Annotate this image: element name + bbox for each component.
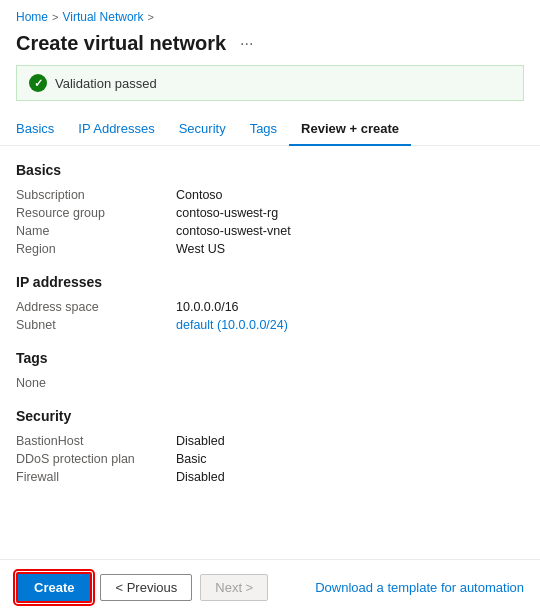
previous-button[interactable]: < Previous: [100, 574, 192, 601]
field-bastion-host: BastionHost Disabled: [16, 434, 524, 448]
field-subscription: Subscription Contoso: [16, 188, 524, 202]
tags-section-title: Tags: [16, 350, 524, 366]
tags-section: Tags None: [16, 350, 524, 390]
breadcrumb: Home > Virtual Network >: [0, 0, 540, 28]
field-region: Region West US: [16, 242, 524, 256]
field-value-subnet[interactable]: default (10.0.0.0/24): [176, 318, 288, 332]
security-section: Security BastionHost Disabled DDoS prote…: [16, 408, 524, 484]
basics-section: Basics Subscription Contoso Resource gro…: [16, 162, 524, 256]
field-value-subscription: Contoso: [176, 188, 223, 202]
validation-check-icon: [29, 74, 47, 92]
field-label-subnet: Subnet: [16, 318, 176, 332]
field-value-bastion-host: Disabled: [176, 434, 225, 448]
tags-none-label: None: [16, 376, 524, 390]
next-button: Next >: [200, 574, 268, 601]
breadcrumb-virtual-network[interactable]: Virtual Network: [62, 10, 143, 24]
ip-addresses-section: IP addresses Address space 10.0.0.0/16 S…: [16, 274, 524, 332]
page-title: Create virtual network: [16, 32, 226, 55]
field-label-bastion-host: BastionHost: [16, 434, 176, 448]
field-resource-group: Resource group contoso-uswest-rg: [16, 206, 524, 220]
automation-link[interactable]: Download a template for automation: [315, 580, 524, 595]
tab-tags[interactable]: Tags: [238, 113, 289, 146]
validation-bar: Validation passed: [16, 65, 524, 101]
field-ddos: DDoS protection plan Basic: [16, 452, 524, 466]
field-value-resource-group: contoso-uswest-rg: [176, 206, 278, 220]
field-label-ddos: DDoS protection plan: [16, 452, 176, 466]
tab-ip-addresses[interactable]: IP Addresses: [66, 113, 166, 146]
breadcrumb-home[interactable]: Home: [16, 10, 48, 24]
breadcrumb-sep2: >: [148, 11, 154, 23]
field-subnet: Subnet default (10.0.0.0/24): [16, 318, 524, 332]
validation-message: Validation passed: [55, 76, 157, 91]
field-value-firewall: Disabled: [176, 470, 225, 484]
tabs-container: Basics IP Addresses Security Tags Review…: [0, 113, 540, 146]
field-label-subscription: Subscription: [16, 188, 176, 202]
tab-basics[interactable]: Basics: [16, 113, 66, 146]
field-firewall: Firewall Disabled: [16, 470, 524, 484]
field-label-resource-group: Resource group: [16, 206, 176, 220]
breadcrumb-sep1: >: [52, 11, 58, 23]
main-content: Basics Subscription Contoso Resource gro…: [0, 162, 540, 502]
field-label-firewall: Firewall: [16, 470, 176, 484]
create-button[interactable]: Create: [16, 572, 92, 603]
tab-security[interactable]: Security: [167, 113, 238, 146]
page-header: Create virtual network ···: [0, 28, 540, 65]
field-value-address-space: 10.0.0.0/16: [176, 300, 239, 314]
field-value-name: contoso-uswest-vnet: [176, 224, 291, 238]
footer: Create < Previous Next > Download a temp…: [0, 559, 540, 615]
field-label-region: Region: [16, 242, 176, 256]
security-section-title: Security: [16, 408, 524, 424]
field-address-space: Address space 10.0.0.0/16: [16, 300, 524, 314]
field-label-name: Name: [16, 224, 176, 238]
field-label-address-space: Address space: [16, 300, 176, 314]
tab-review-create[interactable]: Review + create: [289, 113, 411, 146]
basics-section-title: Basics: [16, 162, 524, 178]
field-name: Name contoso-uswest-vnet: [16, 224, 524, 238]
ellipsis-menu-button[interactable]: ···: [234, 33, 259, 55]
field-value-region: West US: [176, 242, 225, 256]
ip-addresses-section-title: IP addresses: [16, 274, 524, 290]
field-value-ddos: Basic: [176, 452, 207, 466]
